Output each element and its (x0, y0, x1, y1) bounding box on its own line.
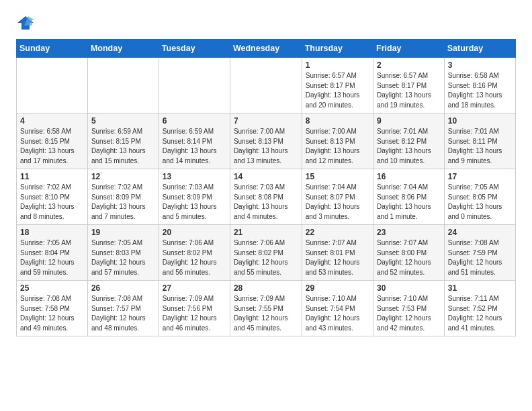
day-number: 31 (448, 283, 512, 293)
calendar-header: SundayMondayTuesdayWednesdayThursdayFrid… (17, 40, 516, 58)
day-info: Sunrise: 7:04 AM Sunset: 8:06 PM Dayligh… (377, 183, 441, 222)
day-cell: 16Sunrise: 7:04 AM Sunset: 8:06 PM Dayli… (373, 169, 445, 225)
day-info: Sunrise: 7:07 AM Sunset: 8:00 PM Dayligh… (377, 238, 441, 277)
day-cell: 6Sunrise: 6:59 AM Sunset: 8:14 PM Daylig… (159, 113, 230, 169)
day-number: 2 (377, 60, 441, 70)
day-cell: 28Sunrise: 7:09 AM Sunset: 7:55 PM Dayli… (230, 281, 302, 336)
day-number: 11 (20, 172, 84, 181)
day-cell: 5Sunrise: 6:59 AM Sunset: 8:15 PM Daylig… (87, 113, 159, 169)
day-info: Sunrise: 6:59 AM Sunset: 8:15 PM Dayligh… (91, 127, 155, 166)
logo-icon (16, 13, 35, 32)
header-row: SundayMondayTuesdayWednesdayThursdayFrid… (17, 40, 516, 58)
header-day-monday: Monday (87, 40, 159, 58)
day-info: Sunrise: 7:04 AM Sunset: 8:07 PM Dayligh… (306, 183, 369, 222)
day-info: Sunrise: 6:58 AM Sunset: 8:15 PM Dayligh… (20, 127, 84, 166)
day-cell (87, 58, 159, 113)
calendar-table: SundayMondayTuesdayWednesdayThursdayFrid… (16, 39, 516, 336)
header-day-wednesday: Wednesday (230, 40, 302, 58)
day-cell: 1Sunrise: 6:57 AM Sunset: 8:17 PM Daylig… (302, 58, 373, 113)
day-info: Sunrise: 7:06 AM Sunset: 8:02 PM Dayligh… (234, 238, 298, 277)
day-number: 20 (163, 228, 226, 237)
day-info: Sunrise: 7:09 AM Sunset: 7:55 PM Dayligh… (234, 294, 298, 333)
day-cell: 31Sunrise: 7:11 AM Sunset: 7:52 PM Dayli… (444, 281, 515, 336)
day-number: 6 (163, 116, 226, 126)
day-cell: 24Sunrise: 7:08 AM Sunset: 7:59 PM Dayli… (444, 225, 515, 281)
header (16, 13, 516, 32)
header-day-thursday: Thursday (302, 40, 373, 58)
day-info: Sunrise: 7:09 AM Sunset: 7:56 PM Dayligh… (163, 294, 226, 333)
day-cell: 23Sunrise: 7:07 AM Sunset: 8:00 PM Dayli… (373, 225, 445, 281)
day-number: 9 (377, 116, 441, 126)
day-cell: 8Sunrise: 7:00 AM Sunset: 8:13 PM Daylig… (302, 113, 373, 169)
day-cell: 29Sunrise: 7:10 AM Sunset: 7:54 PM Dayli… (302, 281, 373, 336)
calendar-body: 1Sunrise: 6:57 AM Sunset: 8:17 PM Daylig… (17, 58, 516, 336)
day-number: 15 (306, 172, 369, 181)
day-number: 23 (377, 228, 441, 237)
day-number: 4 (20, 116, 84, 126)
day-number: 14 (234, 172, 298, 181)
day-info: Sunrise: 7:00 AM Sunset: 8:13 PM Dayligh… (306, 127, 369, 166)
day-cell: 21Sunrise: 7:06 AM Sunset: 8:02 PM Dayli… (230, 225, 302, 281)
day-number: 26 (91, 283, 155, 293)
day-number: 27 (163, 283, 226, 293)
header-day-tuesday: Tuesday (159, 40, 230, 58)
day-number: 29 (306, 283, 369, 293)
week-row-1: 1Sunrise: 6:57 AM Sunset: 8:17 PM Daylig… (17, 58, 516, 113)
day-cell: 27Sunrise: 7:09 AM Sunset: 7:56 PM Dayli… (159, 281, 230, 336)
day-cell: 26Sunrise: 7:08 AM Sunset: 7:57 PM Dayli… (87, 281, 159, 336)
day-number: 17 (448, 172, 512, 181)
day-cell: 3Sunrise: 6:58 AM Sunset: 8:16 PM Daylig… (444, 58, 515, 113)
week-row-4: 18Sunrise: 7:05 AM Sunset: 8:04 PM Dayli… (17, 225, 516, 281)
day-cell (17, 58, 88, 113)
day-number: 30 (377, 283, 441, 293)
day-number: 16 (377, 172, 441, 181)
day-info: Sunrise: 7:01 AM Sunset: 8:11 PM Dayligh… (448, 127, 512, 166)
day-number: 19 (91, 228, 155, 237)
header-day-friday: Friday (373, 40, 445, 58)
day-cell: 4Sunrise: 6:58 AM Sunset: 8:15 PM Daylig… (17, 113, 88, 169)
week-row-5: 25Sunrise: 7:08 AM Sunset: 7:58 PM Dayli… (17, 281, 516, 336)
day-cell (159, 58, 230, 113)
day-info: Sunrise: 7:01 AM Sunset: 8:12 PM Dayligh… (377, 127, 441, 166)
day-number: 18 (20, 228, 84, 237)
day-cell: 7Sunrise: 7:00 AM Sunset: 8:13 PM Daylig… (230, 113, 302, 169)
day-cell: 25Sunrise: 7:08 AM Sunset: 7:58 PM Dayli… (17, 281, 88, 336)
day-cell: 18Sunrise: 7:05 AM Sunset: 8:04 PM Dayli… (17, 225, 88, 281)
day-cell (230, 58, 302, 113)
day-cell: 2Sunrise: 6:57 AM Sunset: 8:17 PM Daylig… (373, 58, 445, 113)
day-info: Sunrise: 7:08 AM Sunset: 7:57 PM Dayligh… (91, 294, 155, 333)
day-number: 1 (306, 60, 369, 70)
day-cell: 9Sunrise: 7:01 AM Sunset: 8:12 PM Daylig… (373, 113, 445, 169)
day-number: 7 (234, 116, 298, 126)
day-number: 8 (306, 116, 369, 126)
day-cell: 12Sunrise: 7:02 AM Sunset: 8:09 PM Dayli… (87, 169, 159, 225)
day-cell: 19Sunrise: 7:05 AM Sunset: 8:03 PM Dayli… (87, 225, 159, 281)
day-number: 24 (448, 228, 512, 237)
day-cell: 15Sunrise: 7:04 AM Sunset: 8:07 PM Dayli… (302, 169, 373, 225)
day-info: Sunrise: 6:58 AM Sunset: 8:16 PM Dayligh… (448, 71, 512, 110)
day-number: 12 (91, 172, 155, 181)
day-number: 21 (234, 228, 298, 237)
day-info: Sunrise: 7:02 AM Sunset: 8:10 PM Dayligh… (20, 183, 84, 222)
day-cell: 10Sunrise: 7:01 AM Sunset: 8:11 PM Dayli… (444, 113, 515, 169)
day-info: Sunrise: 7:03 AM Sunset: 8:08 PM Dayligh… (234, 183, 298, 222)
day-cell: 20Sunrise: 7:06 AM Sunset: 8:02 PM Dayli… (159, 225, 230, 281)
day-number: 22 (306, 228, 369, 237)
day-info: Sunrise: 7:11 AM Sunset: 7:52 PM Dayligh… (448, 294, 512, 333)
day-info: Sunrise: 7:10 AM Sunset: 7:54 PM Dayligh… (306, 294, 369, 333)
day-info: Sunrise: 7:05 AM Sunset: 8:03 PM Dayligh… (91, 238, 155, 277)
day-number: 5 (91, 116, 155, 126)
day-cell: 13Sunrise: 7:03 AM Sunset: 8:09 PM Dayli… (159, 169, 230, 225)
day-number: 28 (234, 283, 298, 293)
day-info: Sunrise: 7:08 AM Sunset: 7:59 PM Dayligh… (448, 238, 512, 277)
day-number: 10 (448, 116, 512, 126)
day-info: Sunrise: 7:10 AM Sunset: 7:53 PM Dayligh… (377, 294, 441, 333)
day-cell: 11Sunrise: 7:02 AM Sunset: 8:10 PM Dayli… (17, 169, 88, 225)
day-info: Sunrise: 7:03 AM Sunset: 8:09 PM Dayligh… (163, 183, 226, 222)
header-day-sunday: Sunday (17, 40, 88, 58)
day-number: 3 (448, 60, 512, 70)
day-info: Sunrise: 6:57 AM Sunset: 8:17 PM Dayligh… (306, 71, 369, 110)
day-number: 25 (20, 283, 84, 293)
day-cell: 22Sunrise: 7:07 AM Sunset: 8:01 PM Dayli… (302, 225, 373, 281)
day-info: Sunrise: 6:59 AM Sunset: 8:14 PM Dayligh… (163, 127, 226, 166)
